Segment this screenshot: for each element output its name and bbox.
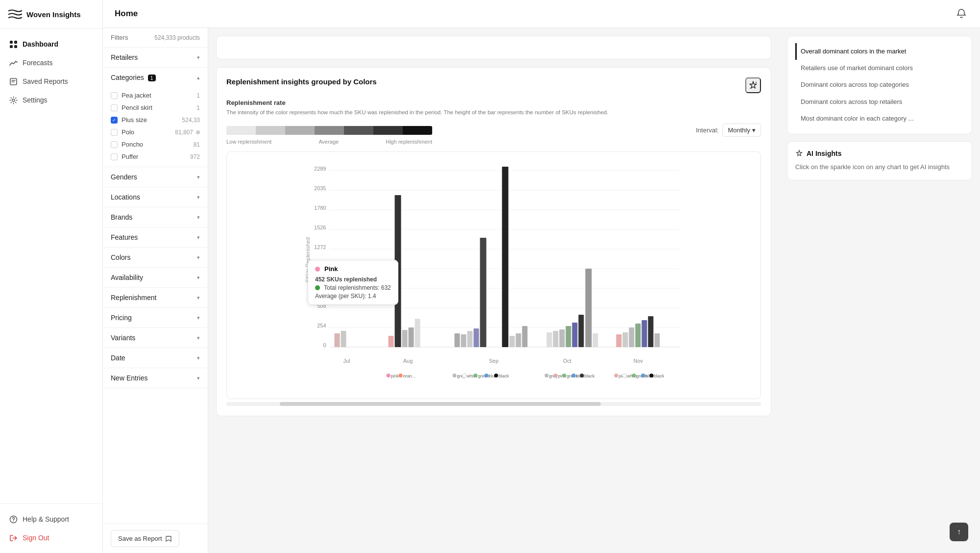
checkbox-puffer[interactable] [111, 153, 118, 160]
filter-item-poncho[interactable]: Poncho 81 [103, 138, 208, 151]
sign-out-icon [9, 533, 18, 542]
checkbox-pea-jacket[interactable] [111, 92, 118, 99]
filter-item-plus-size[interactable]: ✓Plus size 524,33 [103, 114, 208, 126]
filter-section-pricing: Pricing ▾ [103, 308, 208, 328]
svg-rect-45 [516, 333, 521, 347]
svg-rect-54 [593, 333, 598, 347]
filter-bottom: Save as Report [103, 524, 208, 553]
replenishment-rate-label: Replenishment rate [226, 99, 761, 106]
legend-labels: Low replenishment Average High replenish… [226, 139, 432, 145]
categories-label: Categories 1 [111, 74, 156, 81]
svg-rect-33 [389, 336, 394, 347]
sidebar-bottom: Help & Support Sign Out [0, 503, 102, 553]
sidebar-label-settings: Settings [23, 96, 48, 104]
chevron-down-colors: ▾ [197, 254, 200, 261]
filter-section-header-date[interactable]: Date ▾ [103, 348, 208, 368]
filter-item-puffer[interactable]: Puffer 972 [103, 151, 208, 163]
filter-item-pencil-skirt[interactable]: Pencil skirt 1 [103, 101, 208, 114]
checkbox-plus-size[interactable]: ✓ [111, 117, 118, 124]
svg-text:1780: 1780 [314, 205, 326, 211]
svg-text:black: black [499, 374, 510, 378]
interval-control: Interval: Monthly ▾ [696, 124, 761, 137]
legend-low: Low replenishment [226, 139, 271, 145]
svg-text:black: black [585, 374, 595, 378]
insights-nav-item-dominant-colors[interactable]: Overall dominant colors in the market [795, 43, 964, 60]
filter-section-categories: Categories 1 ▴ Pea jacket 1 Pencil skirt… [103, 68, 208, 167]
filter-item-polo[interactable]: Polo 81,807 [103, 126, 208, 138]
svg-point-93 [623, 374, 627, 377]
sidebar-nav: Dashboard Forecasts Saved Reports Settin… [0, 29, 102, 503]
svg-text:oran...: oran... [403, 374, 416, 378]
insights-nav-item-categories-colors[interactable]: Dominant colors across top categories [795, 76, 964, 93]
variants-label: Variants [111, 334, 135, 342]
insights-nav-item-category-color[interactable]: Most dominant color in each category ... [795, 110, 964, 127]
insights-nav-item-retailers-colors[interactable]: Retailers use of market dominant colors [795, 60, 964, 76]
filter-section-header-genders[interactable]: Genders ▾ [103, 167, 208, 187]
sidebar-item-saved-reports[interactable]: Saved Reports [0, 72, 102, 91]
filter-section-header-colors[interactable]: Colors ▾ [103, 248, 208, 267]
svg-text:0: 0 [323, 342, 326, 348]
insights-nav-item-retailers-dominant[interactable]: Dominant colors across top retailers [795, 94, 964, 110]
sparkle-icon [748, 80, 758, 90]
svg-text:2035: 2035 [314, 185, 326, 191]
svg-text:1526: 1526 [314, 225, 326, 230]
chevron-down-pricing: ▾ [197, 315, 200, 321]
colors-label: Colors [111, 253, 130, 261]
availability-label: Availability [111, 274, 143, 281]
filter-section-header-availability[interactable]: Availability ▾ [103, 268, 208, 287]
sidebar-item-dashboard[interactable]: Dashboard [0, 35, 102, 53]
ai-insights-title: AI Insights [795, 150, 964, 157]
sidebar-label-forecasts: Forecasts [23, 59, 52, 67]
sidebar-label-help: Help & Support [23, 515, 69, 523]
chart-area: Replenishment insights grouped by Colors… [208, 28, 779, 553]
bookmark-icon [165, 535, 172, 542]
svg-point-5 [12, 99, 15, 101]
svg-text:black: black [654, 374, 665, 378]
svg-point-9 [750, 88, 751, 89]
filter-section-header-new-entries[interactable]: New Entries ▾ [103, 368, 208, 388]
bell-icon[interactable] [955, 7, 968, 21]
sidebar-item-help[interactable]: Help & Support [0, 510, 102, 528]
filter-section-header-variants[interactable]: Variants ▾ [103, 328, 208, 348]
dashboard-icon [9, 40, 18, 49]
filter-section-header-locations[interactable]: Locations ▾ [103, 187, 208, 207]
page-title: Home [115, 9, 138, 19]
legend-bar [226, 126, 432, 135]
filter-section-header-retailers[interactable]: Retailers ▾ [103, 48, 208, 67]
sparkle-button[interactable] [745, 77, 761, 93]
filter-section-retailers: Retailers ▾ [103, 48, 208, 68]
sidebar-item-settings[interactable]: Settings [0, 91, 102, 109]
filter-section-header-categories[interactable]: Categories 1 ▴ [103, 68, 208, 87]
svg-rect-3 [14, 45, 17, 48]
svg-point-79 [494, 374, 498, 377]
filter-item-pea-jacket[interactable]: Pea jacket 1 [103, 89, 208, 101]
checkbox-pencil-skirt[interactable] [111, 104, 118, 111]
filter-section-header-features[interactable]: Features ▾ [103, 227, 208, 247]
checkbox-poncho[interactable] [111, 141, 118, 148]
scroll-top-button[interactable]: ↑ [950, 523, 968, 541]
filter-section-header-pricing[interactable]: Pricing ▾ [103, 308, 208, 327]
filter-section-availability: Availability ▾ [103, 268, 208, 288]
legend-high: High replenishment [386, 139, 432, 145]
filter-section-genders: Genders ▾ [103, 167, 208, 187]
chart-scrollbar[interactable] [226, 402, 761, 406]
save-report-button[interactable]: Save as Report [111, 530, 179, 547]
chevron-down-date: ▾ [197, 355, 200, 361]
filter-panel: Filters 524,333 products Retailers ▾ Cat… [103, 28, 208, 553]
svg-text:SKUs Replenished: SKUs Replenished [305, 237, 311, 282]
filter-header: Filters 524,333 products [103, 28, 208, 48]
interval-select[interactable]: Monthly ▾ [722, 124, 761, 137]
svg-rect-56 [623, 332, 628, 347]
sidebar-item-forecasts[interactable]: Forecasts [0, 53, 102, 72]
filter-section-header-brands[interactable]: Brands ▾ [103, 207, 208, 227]
checkbox-polo[interactable] [111, 129, 118, 136]
svg-point-95 [632, 374, 636, 377]
locations-label: Locations [111, 193, 140, 201]
chevron-down-variants: ▾ [197, 335, 200, 341]
sidebar-item-sign-out[interactable]: Sign Out [0, 528, 102, 547]
chart-title: Replenishment insights grouped by Colors [226, 77, 377, 86]
filter-section-brands: Brands ▾ [103, 207, 208, 227]
svg-rect-49 [560, 329, 565, 347]
chart-svg-container: 2289 2035 1780 1526 1272 1017 763 508 25… [226, 151, 761, 399]
filter-section-header-replenishment[interactable]: Replenishment ▾ [103, 288, 208, 307]
